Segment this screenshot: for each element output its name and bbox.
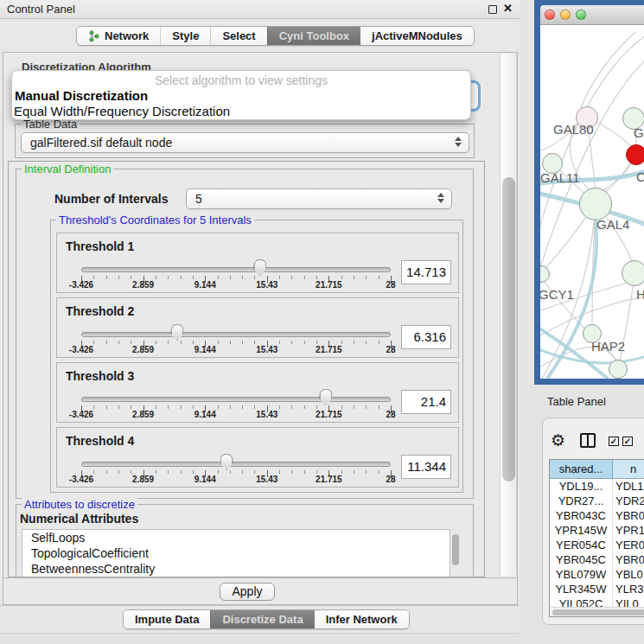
cell[interactable]: YPR145W xyxy=(550,523,613,538)
cell[interactable]: YDL1 xyxy=(613,479,644,494)
list-item[interactable]: BetweennessCentrality xyxy=(22,561,450,577)
node-label: GAL80 xyxy=(553,122,594,137)
checkbox-icon[interactable]: ✓ xyxy=(622,437,633,446)
table-row[interactable]: YER054CYER0 xyxy=(550,538,644,552)
cell[interactable]: YBL0 xyxy=(613,567,644,582)
slider-tick-labels: -3.426 2.859 9.144 15.43 21.715 28 xyxy=(81,280,391,290)
slider-thumb[interactable] xyxy=(319,389,332,405)
numerical-attributes-list[interactable]: SelfLoops TopologicalCoefficient Between… xyxy=(22,529,450,577)
option-equal-width-frequency[interactable]: Equal Width/Frequency Discretization xyxy=(14,104,230,118)
table-panel: Table Panel ⚙ ✓ ✓ shared... n YDL19...YD… xyxy=(520,385,644,644)
float-window-icon[interactable] xyxy=(488,5,497,14)
node-red-selected[interactable] xyxy=(626,144,644,165)
table-horizontal-scrollbar[interactable] xyxy=(551,607,644,616)
attributes-group-title: Attributes to discretize xyxy=(22,498,137,511)
panel-scrollbar-thumb[interactable] xyxy=(502,177,515,481)
close-traffic-light[interactable] xyxy=(545,10,555,20)
tab-impute-data[interactable]: Impute Data xyxy=(124,610,210,628)
minimize-traffic-light[interactable] xyxy=(560,10,571,20)
tab-style[interactable]: Style xyxy=(160,27,210,45)
option-manual-discretization[interactable]: Manual Discretization xyxy=(15,88,148,103)
cell[interactable]: YBR0 xyxy=(613,552,644,567)
split-pane-icon[interactable] xyxy=(580,433,596,448)
tab-discretize-data[interactable]: Discretize Data xyxy=(210,610,314,628)
threshold-panel: Threshold 2 -3.426 2.859 9.144 15.43 xyxy=(56,297,459,358)
cell[interactable]: YER0 xyxy=(613,538,644,552)
table-horizontal-scrollbar-thumb[interactable] xyxy=(552,609,644,615)
list-item[interactable]: TopologicalCoefficient xyxy=(22,545,450,561)
control-panel: Control Panel ✕ Network Style Select Cyn… xyxy=(0,0,520,644)
threshold-value-field[interactable]: 11.344 xyxy=(401,455,451,479)
cell[interactable]: YBR043C xyxy=(550,508,613,523)
settings-scroll-panel: Interval Definition Number of Intervals … xyxy=(8,161,485,577)
cell[interactable]: YDR27... xyxy=(550,494,613,508)
zoom-traffic-light[interactable] xyxy=(576,10,586,20)
apply-button[interactable]: Apply xyxy=(220,583,275,601)
node-h[interactable] xyxy=(622,260,644,286)
tick-label: 15.43 xyxy=(256,280,277,290)
tick-label: -3.426 xyxy=(69,345,93,354)
table-row[interactable]: YDR27...YDR2 xyxy=(550,494,644,508)
tick-label: 21.715 xyxy=(316,410,342,419)
tab-infer-network[interactable]: Infer Network xyxy=(315,610,409,628)
network-canvas[interactable]: GAL80 GA C GAL11 GAL4 GCY1 H HAP2 xyxy=(540,25,644,379)
top-tab-bar: Network Style Select Cyni Toolbox jActiv… xyxy=(76,26,475,46)
tick-label: 28 xyxy=(386,410,395,419)
slider-tick-labels: -3.426 2.859 9.144 15.43 21.715 28 xyxy=(81,410,391,420)
cell[interactable]: YBR045C xyxy=(550,552,613,567)
number-of-intervals-label: Number of Intervals xyxy=(54,192,168,206)
column-header-name[interactable]: n xyxy=(613,460,644,478)
slider[interactable] xyxy=(81,387,391,406)
table-row[interactable]: YPR145WYPR1 xyxy=(550,523,644,538)
node-gal4[interactable] xyxy=(579,188,612,220)
table-row[interactable]: YBR043CYBR0 xyxy=(550,508,644,523)
slider-thumb[interactable] xyxy=(220,454,233,470)
table-row[interactable]: YDL19...YDL1 xyxy=(550,479,644,494)
node-label: GAL4 xyxy=(596,217,629,232)
cell[interactable]: YBR0 xyxy=(613,508,644,523)
tab-label: Infer Network xyxy=(326,613,398,626)
table-row[interactable]: YBL079WYBL0 xyxy=(550,567,644,582)
cell[interactable]: YBL079W xyxy=(550,567,613,582)
slider-thumb[interactable] xyxy=(170,324,183,341)
attributes-group: Attributes to discretize Numerical Attri… xyxy=(16,504,474,577)
tab-jactivemnodules[interactable]: jActiveMNodules xyxy=(360,27,474,45)
node-attribute-table[interactable]: shared... n YDL19...YDL1 YDR27...YDR2 YB… xyxy=(549,459,644,617)
panel-scrollbar-track[interactable] xyxy=(500,54,517,576)
list-item[interactable]: SelfLoops xyxy=(22,530,450,545)
cell[interactable]: YER054C xyxy=(550,538,613,552)
interval-definition-title: Interval Definition xyxy=(22,163,113,175)
tab-network[interactable]: Network xyxy=(77,27,160,45)
gear-icon[interactable]: ⚙ xyxy=(551,430,565,450)
tab-label: Style xyxy=(172,29,199,42)
cell[interactable]: YDL19... xyxy=(550,479,613,494)
checkbox-icon[interactable]: ✓ xyxy=(609,437,619,446)
tick-label: 9.144 xyxy=(194,280,216,290)
cell[interactable]: YPR1 xyxy=(613,523,644,538)
close-icon[interactable]: ✕ xyxy=(503,2,513,15)
tab-select[interactable]: Select xyxy=(210,27,266,45)
attributes-list-scrollbar[interactable] xyxy=(452,534,459,565)
cell[interactable]: YLR345W xyxy=(550,582,613,596)
threshold-value-field[interactable]: 21.4 xyxy=(401,390,451,414)
network-window-titlebar[interactable] xyxy=(540,5,644,25)
column-header-shared-name[interactable]: shared... xyxy=(550,460,613,478)
tab-label: Select xyxy=(222,29,255,42)
slider[interactable] xyxy=(81,452,391,471)
threshold-value-field[interactable]: 14.713 xyxy=(401,260,451,284)
threshold-value-field[interactable]: 6.316 xyxy=(401,325,451,349)
tab-label: Impute Data xyxy=(135,613,199,626)
node-bottom[interactable] xyxy=(609,360,628,379)
table-data-combobox[interactable]: galFiltered.sif default node xyxy=(21,132,469,153)
slider[interactable] xyxy=(81,322,391,341)
number-of-intervals-value: 5 xyxy=(195,192,202,206)
cell[interactable]: YLR3 xyxy=(613,582,644,596)
slider-thumb[interactable] xyxy=(253,259,266,276)
table-row[interactable]: YBR045CYBR0 xyxy=(550,552,644,567)
algorithm-dropdown-popup: Select algorithm to view settings Manual… xyxy=(11,70,471,120)
number-of-intervals-combobox[interactable]: 5 xyxy=(186,188,452,209)
table-row[interactable]: YLR345WYLR3 xyxy=(550,582,644,596)
tab-cyni-toolbox[interactable]: Cyni Toolbox xyxy=(267,27,360,45)
slider[interactable] xyxy=(81,258,391,277)
cell[interactable]: YDR2 xyxy=(613,494,644,508)
